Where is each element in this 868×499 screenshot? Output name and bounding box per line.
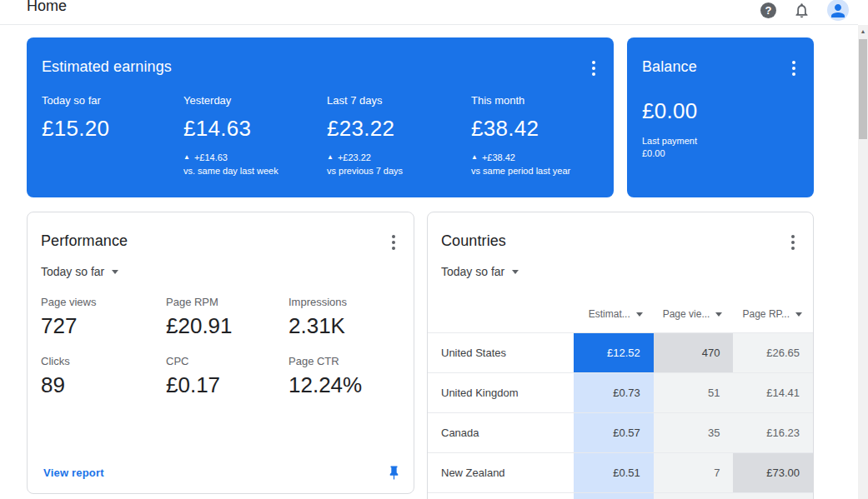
up-arrow-icon: ▲: [327, 154, 334, 161]
country-name: United Kingdom: [428, 373, 574, 412]
table-row: United States £12.52 470 £26.65: [428, 332, 813, 372]
column-header-page-rpm[interactable]: Page RP...: [733, 296, 813, 332]
estimated-earnings-header: Estimated earnings: [27, 37, 614, 78]
metric-impressions: Impressions 2.31K: [288, 296, 400, 339]
page-views-cell: 470: [654, 333, 734, 372]
table-row: [428, 492, 813, 499]
column-header-page-views[interactable]: Page vie...: [654, 296, 734, 332]
countries-card: Countries Today so far Estimat... Page v…: [427, 212, 814, 499]
account-avatar[interactable]: [827, 0, 849, 21]
view-report-link[interactable]: View report: [43, 467, 104, 479]
country-name: Canada: [428, 413, 574, 452]
performance-date-filter[interactable]: Today so far: [41, 265, 118, 278]
more-options-icon[interactable]: [788, 232, 798, 252]
table-row: New Zealand £0.51 7 £73.00: [428, 452, 813, 492]
more-options-icon[interactable]: [389, 232, 399, 252]
header-divider: [0, 24, 858, 25]
help-icon[interactable]: ?: [760, 2, 776, 18]
earnings-metrics: Today so far £15.20 Yesterday £14.63 ▲ +…: [27, 94, 614, 176]
chevron-down-icon: [715, 312, 722, 317]
notifications-bell-icon[interactable]: [793, 2, 810, 19]
chevron-down-icon: [795, 312, 802, 317]
page-views-cell: [654, 493, 734, 499]
metric-cpc: CPC £0.17: [166, 355, 288, 398]
pin-icon[interactable]: [386, 465, 402, 481]
top-app-bar: Home ?: [0, 0, 868, 25]
metric-page-rpm: Page RPM £20.91: [166, 296, 288, 339]
scrollbar-thumb[interactable]: [859, 39, 867, 139]
earnings-metric: Today so far £15.20: [42, 94, 183, 176]
page-rpm-cell: £73.00: [733, 453, 813, 492]
estimated-cell: [574, 493, 654, 499]
countries-date-filter[interactable]: Today so far: [441, 265, 519, 278]
page-rpm-cell: £16.23: [733, 413, 813, 452]
balance-amount: £0.00: [642, 98, 814, 124]
up-arrow-icon: ▲: [471, 154, 478, 161]
page-rpm-cell: £26.65: [733, 333, 813, 372]
page-rpm-cell: £14.41: [733, 373, 813, 412]
performance-metrics: Page views 727 Page RPM £20.91 Impressio…: [41, 296, 400, 398]
metric-page-views: Page views 727: [41, 296, 166, 339]
country-name: United States: [428, 333, 574, 372]
performance-footer: View report: [43, 465, 402, 481]
country-name: New Zealand: [428, 453, 574, 492]
earnings-metric: Yesterday £14.63 ▲ +£14.63 vs. same day …: [183, 94, 327, 176]
up-arrow-icon: ▲: [183, 154, 190, 161]
table-row: United Kingdom £0.73 51 £14.41: [428, 372, 813, 412]
performance-card: Performance Today so far Page views 727 …: [27, 212, 414, 494]
metric-clicks: Clicks 89: [41, 355, 166, 398]
estimated-earnings-card: Estimated earnings Today so far £15.20 Y…: [27, 37, 614, 197]
balance-header: Balance: [627, 37, 814, 78]
header-actions: ?: [760, 0, 849, 21]
last-payment-label: Last payment: [642, 136, 814, 146]
countries-header: Countries: [428, 212, 813, 252]
page-title: Home: [27, 0, 67, 15]
page-rpm-cell: [733, 493, 813, 499]
earnings-metric: Last 7 days £23.22 ▲ +£23.22 vs previous…: [327, 94, 471, 176]
page-views-cell: 35: [654, 413, 734, 452]
more-options-icon[interactable]: [589, 58, 599, 78]
chevron-down-icon: [112, 270, 118, 274]
adsense-home-screen: Home ? Estimated earnings Today so far £…: [0, 0, 868, 499]
chevron-down-icon: [512, 270, 519, 274]
column-header-estimated[interactable]: Estimat...: [574, 296, 654, 332]
countries-title: Countries: [441, 232, 506, 250]
chevron-down-icon: [636, 312, 643, 317]
estimated-cell: £0.73: [574, 373, 654, 412]
countries-table-body: United States £12.52 470 £26.65 United K…: [428, 332, 813, 499]
balance-title: Balance: [642, 58, 697, 76]
metric-page-ctr: Page CTR 12.24%: [288, 355, 400, 398]
performance-header: Performance: [28, 212, 414, 252]
estimated-cell: £0.51: [574, 453, 654, 492]
performance-title: Performance: [41, 232, 128, 250]
page-views-cell: 7: [654, 453, 734, 492]
estimated-cell: £12.52: [574, 333, 654, 372]
last-payment-value: £0.00: [642, 148, 814, 158]
scrollbar-up-arrow-icon[interactable]: ▲: [858, 25, 868, 37]
countries-table-header: Estimat... Page vie... Page RP...: [428, 296, 813, 332]
table-row: Canada £0.57 35 £16.23: [428, 412, 813, 452]
estimated-earnings-title: Estimated earnings: [42, 58, 172, 76]
estimated-cell: £0.57: [574, 413, 654, 452]
country-name: [428, 493, 574, 499]
balance-card: Balance £0.00 Last payment £0.00: [627, 37, 814, 197]
more-options-icon[interactable]: [789, 58, 799, 78]
vertical-scrollbar[interactable]: ▲: [858, 25, 868, 499]
page-views-cell: 51: [654, 373, 734, 412]
earnings-metric: This month £38.42 ▲ +£38.42 vs same peri…: [471, 94, 599, 176]
